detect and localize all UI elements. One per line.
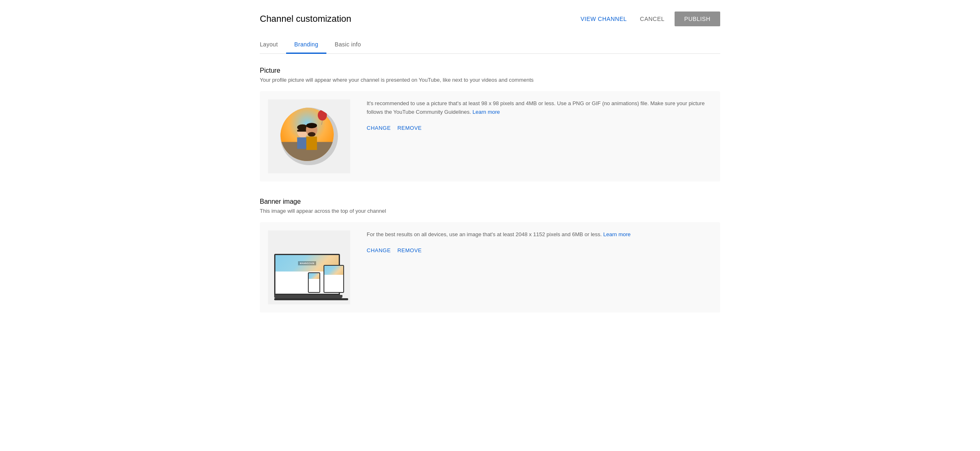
svg-point-11 [308, 132, 316, 136]
svg-rect-12 [306, 137, 317, 150]
banner-remove-button[interactable]: REMOVE [398, 246, 422, 255]
banner-change-button[interactable]: CHANGE [367, 246, 391, 255]
tablet-banner [324, 266, 343, 275]
cancel-button[interactable]: CANCEL [637, 12, 668, 25]
banner-devices-illustration: MAHNOZAIN [270, 235, 348, 300]
picture-section-body: It's recommended to use a picture that's… [260, 91, 720, 182]
phone-device [308, 272, 320, 293]
tab-basic-info[interactable]: Basic info [326, 36, 369, 54]
banner-section-body: MAHNOZAIN [260, 222, 720, 313]
tablet-device [324, 265, 344, 293]
page-header: Channel customization VIEW CHANNEL CANCE… [260, 0, 720, 26]
picture-section-description: Your profile picture will appear where y… [260, 77, 720, 83]
picture-section-info: It's recommended to use a picture that's… [367, 99, 712, 133]
phone-screen [308, 272, 320, 293]
banner-learn-more-link[interactable]: Learn more [603, 231, 631, 237]
view-channel-button[interactable]: VIEW CHANNEL [577, 12, 630, 25]
svg-rect-8 [297, 137, 308, 149]
page-title: Channel customization [260, 14, 351, 24]
phone-banner [309, 273, 319, 279]
publish-button[interactable]: PUBLISH [675, 12, 720, 26]
laptop-banner-text: MAHNOZAIN [298, 261, 316, 265]
picture-preview [268, 99, 350, 173]
banner-section-info: For the best results on all devices, use… [367, 230, 712, 255]
banner-actions: CHANGE REMOVE [367, 246, 712, 255]
picture-info-text: It's recommended to use a picture that's… [367, 99, 712, 117]
picture-actions: CHANGE REMOVE [367, 123, 712, 133]
banner-preview: MAHNOZAIN [268, 230, 350, 304]
banner-section: Banner image This image will appear acro… [260, 198, 720, 313]
picture-learn-more-link[interactable]: Learn more [473, 109, 500, 115]
picture-section-title: Picture [260, 67, 720, 74]
banner-section-title: Banner image [260, 198, 720, 205]
banner-section-description: This image will appear across the top of… [260, 208, 720, 214]
tablet-screen [324, 265, 344, 293]
picture-remove-button[interactable]: REMOVE [398, 123, 422, 133]
svg-point-3 [318, 110, 327, 121]
header-actions: VIEW CHANNEL CANCEL PUBLISH [577, 12, 720, 26]
svg-point-10 [306, 123, 317, 128]
tab-branding[interactable]: Branding [286, 36, 326, 54]
profile-picture [280, 108, 338, 165]
banner-info-text: For the best results on all devices, use… [367, 230, 712, 239]
profile-image-svg [280, 108, 334, 161]
picture-section: Picture Your profile picture will appear… [260, 67, 720, 182]
content-area: Picture Your profile picture will appear… [260, 54, 720, 342]
tabs: Layout Branding Basic info [260, 36, 720, 54]
tab-layout[interactable]: Layout [260, 36, 286, 54]
picture-change-button[interactable]: CHANGE [367, 123, 391, 133]
